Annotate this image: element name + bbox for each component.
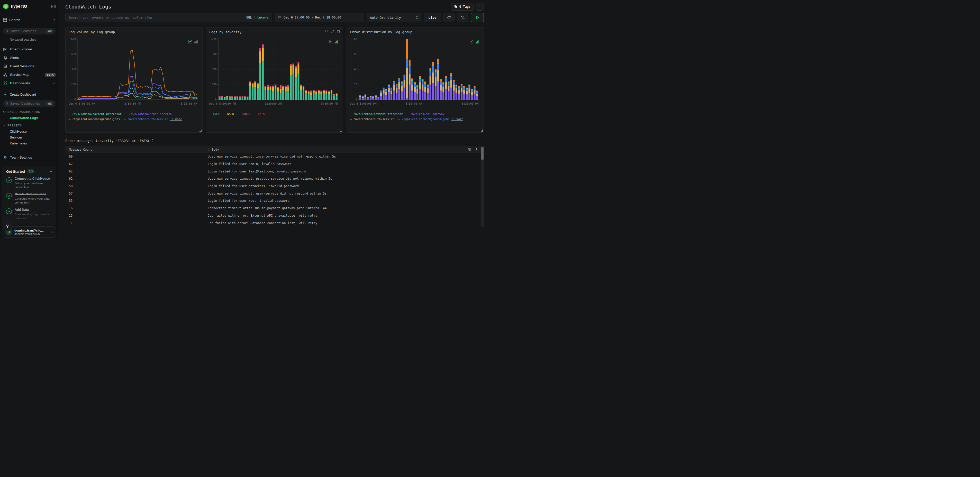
sidebar-dashboard-cloudwatch-logs[interactable]: CloudWatch Logs xyxy=(3,115,56,121)
panel-log-volume: Log volume by log group 0150300450600Dec… xyxy=(65,27,202,133)
legend-label[interactable]: /aws/lambda/order-service xyxy=(129,111,172,117)
cell-count: 57 xyxy=(65,192,204,195)
create-dashboard-button[interactable]: + Create Dashboard xyxy=(3,91,56,99)
panel-title: Log volume by log group xyxy=(68,30,199,34)
run-query-button[interactable] xyxy=(471,13,484,22)
live-button[interactable]: Live xyxy=(424,13,441,22)
log-volume-chart[interactable]: 0150300450600Dec 6 5:00:00 PM3:30:00 AM5… xyxy=(68,35,199,110)
chevron-up-icon[interactable] xyxy=(53,82,56,84)
download-icon[interactable] xyxy=(475,148,478,151)
line-chart-icon[interactable] xyxy=(470,40,474,43)
more-menu-button[interactable]: ⋮ xyxy=(476,3,484,11)
sidebar-item-service-map[interactable]: Service Map BETA xyxy=(3,70,56,79)
sql-toggle[interactable]: SQL xyxy=(246,16,252,19)
filters-button[interactable] xyxy=(457,13,468,22)
line-chart-icon[interactable] xyxy=(329,40,333,43)
table-row[interactable]: 62Upstream service timeout: product-serv… xyxy=(65,175,484,183)
legend-label[interactable]: /aws/lambda/payment-processor xyxy=(72,111,122,117)
legend-label[interactable]: /application/background-jobs xyxy=(402,117,449,122)
drag-handle-icon[interactable] xyxy=(208,148,210,151)
legend-label[interactable]: /aws/lambda/payment-processor xyxy=(353,111,403,117)
bar-chart-icon[interactable] xyxy=(194,40,198,43)
table-row[interactable]: 11Job failed with error: Database connec… xyxy=(65,219,484,227)
table-row[interactable]: 58Login failed for user attacker1, inval… xyxy=(65,183,484,190)
table-row[interactable]: 57Upstream service timeout: user-service… xyxy=(65,190,484,197)
event-search-input[interactable] xyxy=(69,16,243,19)
legend-more-link[interactable]: +1 more xyxy=(452,117,463,122)
table-icon xyxy=(3,18,7,22)
refresh-button[interactable] xyxy=(444,13,455,22)
bar-chart-icon[interactable] xyxy=(476,40,479,43)
logs-by-severity-chart[interactable]: 03006009001.2KDec 6 5:00:00 PM3:30:00 AM… xyxy=(209,35,340,110)
edit-icon[interactable] xyxy=(331,30,334,33)
sidebar-item-client-sessions[interactable]: Client Sessions xyxy=(3,62,56,70)
collapse-sidebar-icon[interactable] xyxy=(51,5,56,8)
step-subtitle: Set up your database connection xyxy=(15,181,52,189)
table-row[interactable]: 62Login failed for user test@test.com, i… xyxy=(65,168,484,175)
legend-label[interactable]: /aws/lambda/auth-service xyxy=(353,117,395,122)
svg-text:20: 20 xyxy=(354,83,357,86)
tags-button[interactable]: 0 Tags xyxy=(451,3,474,11)
delete-icon[interactable] xyxy=(337,30,340,33)
legend-label[interactable]: /aws/lambda/auth-service xyxy=(127,117,169,122)
duplicate-icon[interactable] xyxy=(325,30,328,33)
legend-label[interactable]: /application/background-jobs xyxy=(72,117,120,122)
legend-label[interactable]: WARN xyxy=(227,111,234,117)
chevron-up-icon[interactable] xyxy=(49,171,52,172)
time-range-picker[interactable]: Dec 6 17:00:00 - Dec 7 18:00:00 xyxy=(275,13,364,22)
get-started-item-add-data[interactable]: Add Data Start sending logs, metrics, or… xyxy=(6,208,52,220)
get-started-item-connect[interactable]: Connect to ClickHouse Set up your databa… xyxy=(6,177,52,189)
legend-label[interactable]: /aws/ecs/api-gateway xyxy=(410,111,444,117)
column-header-body[interactable]: Body xyxy=(204,148,463,151)
saved-searches-input[interactable] xyxy=(10,29,46,33)
saved-dashboards-input[interactable] xyxy=(10,102,46,105)
table-row[interactable]: 16Connection timeout after 30s to paymen… xyxy=(65,205,484,212)
lucene-toggle[interactable]: Lucene xyxy=(257,16,268,19)
legend-label[interactable]: FATAL xyxy=(258,111,266,117)
sidebar-item-dashboards[interactable]: Dashboards xyxy=(3,79,56,87)
sidebar-preset-kubernetes[interactable]: Kubernetes xyxy=(3,140,56,146)
table-row[interactable]: 62Login failed for user admin, invalid p… xyxy=(65,161,484,168)
error-distribution-chart[interactable]: 020406080Dec 6 5:00:00 PM3:30:00 AM5:30:… xyxy=(350,35,480,110)
sidebar: ⚡ HyperDX Search ⌘K No saved searches Ch… xyxy=(0,0,59,238)
presets-section[interactable]: PRESETS xyxy=(3,122,56,129)
table-row[interactable]: 53Login failed for user root, invalid pa… xyxy=(65,197,484,205)
wrap-text-icon[interactable] xyxy=(468,148,471,151)
cell-body: Job failed with error: External API unav… xyxy=(204,214,484,218)
sidebar-item-search[interactable]: Search xyxy=(3,16,56,24)
event-search-box[interactable]: SQL | Lucene xyxy=(65,13,272,22)
step-title: Connect to ClickHouse xyxy=(15,177,52,181)
sidebar-item-team-settings[interactable]: ⚙ Team Settings xyxy=(3,153,56,162)
legend-swatch xyxy=(407,111,409,117)
sidebar-preset-services[interactable]: Services xyxy=(3,134,56,140)
table-scrollbar[interactable] xyxy=(481,146,484,227)
legend-swatch xyxy=(68,117,70,122)
column-header-count[interactable]: Message Count↓ xyxy=(65,148,204,151)
legend-more-link[interactable]: +1 more xyxy=(170,117,182,122)
saved-dashboards-search[interactable]: ⌘K xyxy=(3,100,56,107)
legend-label[interactable]: ERROR xyxy=(242,111,250,117)
dashboards-grid-icon xyxy=(3,81,8,85)
bar-chart-icon[interactable] xyxy=(335,40,338,43)
sidebar-item-alerts[interactable]: Alerts xyxy=(3,54,56,62)
scrollbar-thumb[interactable] xyxy=(481,147,484,160)
sidebar-item-chart-explorer[interactable]: Chart Explorer xyxy=(3,45,56,54)
line-chart-icon[interactable] xyxy=(188,40,192,43)
saved-dashboards-section[interactable]: SAVED DASHBOARDS xyxy=(3,109,56,115)
table-row[interactable]: 15Job failed with error: External API un… xyxy=(65,212,484,219)
tag-icon xyxy=(454,5,458,8)
get-started-item-sources[interactable]: Create Data Sources Configure where your… xyxy=(6,192,52,205)
help-button[interactable]: ? xyxy=(3,221,12,231)
get-started-panel: Get Started 3/3 Connect to ClickHouse Se… xyxy=(3,166,56,225)
granularity-select[interactable]: Auto Granularity xyxy=(367,13,422,22)
svg-text:150: 150 xyxy=(71,83,76,86)
panel-resize-handle[interactable] xyxy=(481,130,483,132)
saved-searches-search[interactable]: ⌘K xyxy=(3,28,56,35)
table-row[interactable]: 69Upstream service timeout: inventory-se… xyxy=(65,153,484,161)
sidebar-preset-clickhouse[interactable]: ClickHouse xyxy=(3,129,56,134)
legend-label[interactable]: INFO xyxy=(213,111,220,117)
svg-text:600: 600 xyxy=(71,37,76,40)
chevron-up-icon[interactable] xyxy=(53,19,56,21)
panel-resize-handle[interactable] xyxy=(199,130,202,132)
panel-resize-handle[interactable] xyxy=(340,130,342,132)
